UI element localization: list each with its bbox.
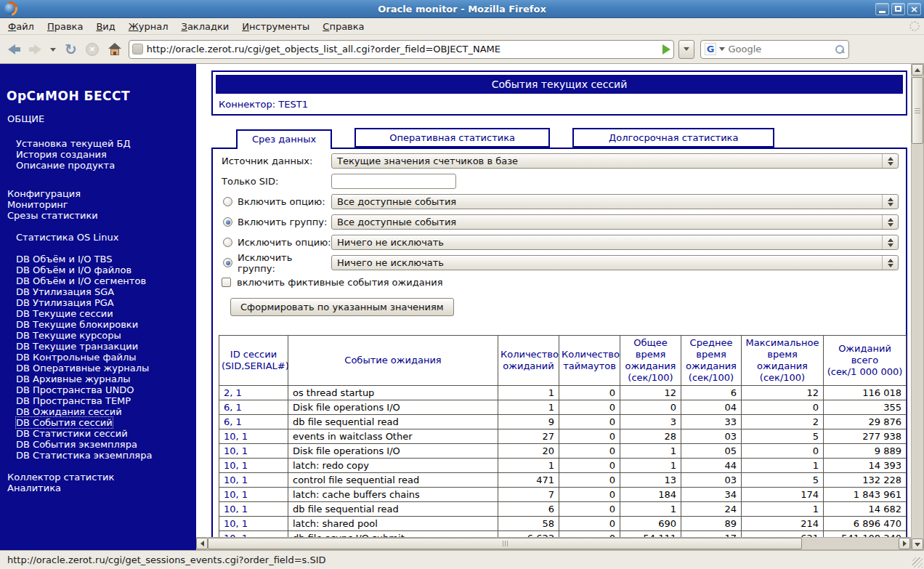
option-select-0[interactable]: Все доступные события bbox=[331, 194, 899, 209]
value-cell: 17 bbox=[681, 531, 742, 538]
back-icon bbox=[8, 44, 20, 55]
sidebar-row: Срезы статистики bbox=[7, 210, 192, 221]
search-icon[interactable] bbox=[835, 44, 845, 55]
option-label-3: Исключить группу: bbox=[238, 252, 331, 274]
session-id-link[interactable]: 6, 1 bbox=[219, 400, 288, 415]
forward-button[interactable] bbox=[27, 39, 44, 60]
column-header-5[interactable]: Среднее время ожидания (сек/100) bbox=[681, 336, 742, 386]
sidebar-row: DB Утилизация SGA bbox=[7, 286, 192, 297]
search-engine-icon[interactable]: G bbox=[705, 43, 717, 55]
menu-item-3[interactable]: Журнал bbox=[122, 18, 175, 34]
tab-2[interactable]: Долгосрочная статистика bbox=[572, 128, 774, 148]
stop-button[interactable]: × bbox=[84, 39, 101, 60]
value-cell: 54 111 bbox=[620, 531, 681, 538]
menu-item-5[interactable]: Инструменты bbox=[235, 18, 316, 34]
value-cell: 0 bbox=[559, 531, 620, 538]
go-button[interactable] bbox=[662, 44, 670, 55]
vertical-scrollbar[interactable] bbox=[911, 64, 924, 550]
option-select-2[interactable]: Ничего не исключать bbox=[331, 235, 899, 250]
table-row: 10, 1latch: shared pool580690892146 896 … bbox=[219, 517, 907, 531]
session-id-link[interactable]: 2, 1 bbox=[219, 386, 288, 400]
value-cell: 27 bbox=[498, 429, 559, 444]
scroll-left-button[interactable] bbox=[196, 538, 208, 549]
scroll-up-button[interactable] bbox=[912, 64, 923, 76]
search-engine-dropdown[interactable] bbox=[719, 47, 725, 54]
session-id-link[interactable]: 10, 1 bbox=[219, 517, 288, 531]
menu-item-2[interactable]: Вид bbox=[89, 18, 121, 34]
session-id-link[interactable]: 10, 1 bbox=[219, 488, 288, 502]
session-id-link[interactable]: 10, 1 bbox=[219, 459, 288, 473]
sidebar-item-7[interactable]: Статистика OS Linux bbox=[15, 231, 119, 243]
value-cell: 1 bbox=[620, 444, 681, 459]
reload-button[interactable]: ↻ bbox=[62, 39, 79, 60]
browser-window: Oracle monitor - Mozilla Firefox × ФайлП… bbox=[0, 0, 924, 569]
form-row-fake-events: включить фиктивные события ожидания bbox=[219, 275, 900, 288]
radio-option-3[interactable] bbox=[223, 258, 232, 267]
menu-item-1[interactable]: Правка bbox=[41, 18, 89, 34]
session-id-link[interactable]: 10, 1 bbox=[219, 429, 288, 444]
session-id-link[interactable]: 10, 1 bbox=[219, 531, 288, 538]
session-id-link[interactable]: 10, 1 bbox=[219, 473, 288, 488]
sidebar-row: DB Ожидания сессий bbox=[7, 406, 192, 417]
column-header-4[interactable]: Общее время ожидания (сек/100) bbox=[620, 336, 681, 386]
sidebar-row: DB Статистики сессий bbox=[7, 428, 192, 439]
value-cell: 0 bbox=[559, 473, 620, 488]
sidebar-row: DB Архивные журналы bbox=[7, 374, 192, 384]
sidebar-row: DB Текущие курсоры bbox=[7, 330, 192, 341]
session-id-link[interactable]: 10, 1 bbox=[219, 502, 288, 517]
value-cell: 0 bbox=[559, 400, 620, 415]
scroll-down-button[interactable] bbox=[912, 538, 923, 550]
radio-option-0[interactable] bbox=[223, 197, 232, 206]
radio-option-2[interactable] bbox=[223, 238, 232, 247]
source-select[interactable]: Текущие значения счетчиков в базе bbox=[331, 153, 899, 169]
horizontal-scrollbar[interactable] bbox=[196, 537, 911, 550]
column-header-1[interactable]: Событие ожидания bbox=[288, 336, 498, 386]
value-cell: 6 623 bbox=[498, 531, 559, 538]
session-id-link[interactable]: 10, 1 bbox=[219, 444, 288, 459]
radio-option-1[interactable] bbox=[223, 217, 232, 227]
option-select-3[interactable]: Ничего не исключать bbox=[331, 255, 899, 270]
window-title: Oracle monitor - Mozilla Firefox bbox=[0, 4, 924, 15]
vertical-scroll-thumb[interactable] bbox=[912, 77, 923, 144]
fake-events-checkbox[interactable] bbox=[222, 278, 231, 287]
back-history-dropdown[interactable] bbox=[48, 39, 58, 60]
sidebar-item-28[interactable]: Аналитика bbox=[7, 482, 62, 494]
session-id-link[interactable]: 6, 1 bbox=[219, 415, 288, 429]
column-header-7[interactable]: Ожиданий всего (сек/1 000 000) bbox=[824, 336, 907, 386]
sidebar-item-3[interactable]: Описание продукта bbox=[15, 159, 115, 171]
minimize-button[interactable] bbox=[875, 3, 889, 15]
value-cell: 0 bbox=[559, 488, 620, 502]
menu-item-4[interactable]: Закладки bbox=[175, 18, 236, 34]
tab-0[interactable]: Срез данных bbox=[236, 129, 332, 149]
column-header-3[interactable]: Количество таймаутов bbox=[559, 336, 620, 386]
tab-1[interactable]: Оперативная статистика bbox=[354, 128, 550, 148]
sid-input[interactable] bbox=[331, 174, 456, 189]
value-cell: 3 bbox=[620, 415, 681, 429]
scroll-right-button[interactable] bbox=[899, 538, 910, 549]
wait-event-cell: Disk file operations I/O bbox=[288, 400, 498, 415]
column-header-6[interactable]: Максимальное время ожидания (сек/100) bbox=[742, 336, 824, 386]
resize-grip[interactable] bbox=[912, 557, 923, 568]
column-header-2[interactable]: Количество ожиданий bbox=[498, 336, 559, 386]
sidebar-item-6[interactable]: Срезы статистики bbox=[7, 209, 99, 222]
menu-item-6[interactable]: Справка bbox=[316, 18, 370, 34]
table-row: 10, 1db file async I/O submit6 623054 11… bbox=[219, 531, 907, 538]
back-button[interactable] bbox=[6, 39, 23, 60]
form-row-source: Источник данных: Текущие значения счетчи… bbox=[219, 153, 900, 169]
url-input[interactable] bbox=[147, 44, 659, 55]
option-select-1[interactable]: Все доступные события bbox=[331, 214, 899, 230]
sidebar-item-26[interactable]: DB Статистика экземпляра bbox=[15, 449, 153, 461]
submit-button[interactable]: Сформировать по указанным значениям bbox=[230, 298, 454, 316]
horizontal-scroll-thumb[interactable] bbox=[208, 538, 802, 549]
home-button[interactable] bbox=[105, 39, 124, 60]
url-history-dropdown[interactable] bbox=[678, 40, 694, 59]
events-table: ID сессии (SID,SERIAL#)Событие ожиданияК… bbox=[219, 335, 907, 537]
search-input[interactable] bbox=[728, 44, 831, 55]
value-cell: 184 bbox=[620, 488, 681, 502]
menu-item-0[interactable]: Файл bbox=[1, 18, 41, 34]
sidebar-row: DB Объём и I/O файлов bbox=[7, 265, 192, 275]
value-cell: 0 bbox=[559, 517, 620, 531]
column-header-0[interactable]: ID сессии (SID,SERIAL#) bbox=[219, 336, 288, 386]
close-button[interactable]: × bbox=[907, 3, 921, 15]
maximize-button[interactable] bbox=[891, 3, 905, 15]
